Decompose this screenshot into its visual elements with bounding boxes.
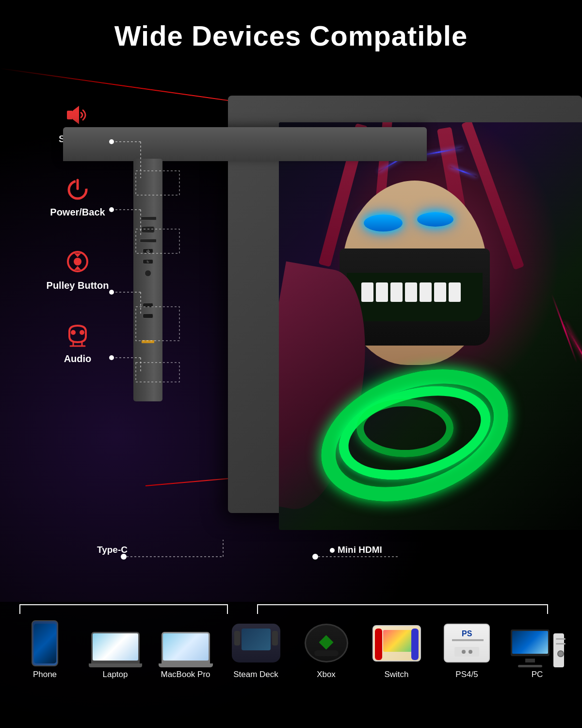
port-pulley: ↻ [143, 259, 153, 264]
label-power: Power/Back [10, 174, 146, 218]
svg-point-6 [71, 330, 76, 335]
port-power: ⏻ [143, 248, 153, 253]
character-eye-left [364, 215, 403, 232]
svg-marker-1 [73, 106, 79, 124]
port-mini-hdmi [141, 340, 155, 344]
svg-point-7 [80, 330, 84, 335]
device-laptop-label: Laptop [103, 670, 128, 679]
svg-rect-0 [67, 111, 73, 119]
device-switch: Switch [365, 619, 428, 679]
audio-label: Audio [64, 353, 92, 364]
device-pc: PC [506, 619, 569, 679]
screen-content [279, 122, 582, 530]
devices-row: Phone Laptop [0, 619, 582, 679]
device-pc-label: PC [532, 670, 543, 679]
device-switch-img [370, 619, 423, 667]
device-laptop-img [89, 619, 142, 667]
minihdmi-label: Mini HDMI [330, 545, 382, 555]
character-mask-mouth [347, 273, 483, 321]
bottom-section: Phone Laptop [0, 602, 582, 728]
device-ps45: PS PS4/5 [436, 619, 499, 679]
main-area: Speaker Power/Back [0, 62, 582, 571]
pulley-icon [63, 247, 92, 276]
device-phone-img [18, 619, 72, 667]
green-spiral [308, 336, 550, 506]
device-phone: Phone [14, 619, 77, 679]
device-phone-label: Phone [33, 670, 57, 679]
port-usbc-1 [143, 303, 153, 308]
page-title: Wide Devices Compatible [0, 0, 582, 52]
monitor-screen [279, 122, 582, 530]
port-2 [141, 226, 155, 233]
device-ps45-label: PS4/5 [455, 670, 478, 679]
speaker-icon [63, 100, 92, 130]
port-3 [140, 239, 157, 243]
typec-label: Type-C [97, 545, 128, 555]
device-xbox-img [300, 619, 353, 667]
device-macbook-label: MacBook Pro [161, 670, 210, 679]
device-xbox-label: Xbox [317, 670, 336, 679]
port-usbc-2 [143, 314, 153, 318]
device-macbook-img [159, 619, 212, 667]
device-laptop: Laptop [84, 619, 147, 679]
monitor-top-panel [63, 127, 427, 161]
device-pc-img [511, 619, 564, 667]
port-audio-jack [145, 270, 151, 277]
device-switch-label: Switch [384, 670, 408, 679]
power-label: Power/Back [50, 207, 105, 218]
label-pulley: Pulley Button [10, 247, 146, 291]
svg-point-5 [74, 258, 81, 265]
right-bracket [257, 604, 548, 614]
character-eye-right [417, 212, 453, 227]
audio-icon [63, 320, 92, 349]
side-port-panel: ⏻ ↻ [133, 159, 162, 401]
device-macbook: MacBook Pro [154, 619, 217, 679]
device-xbox: Xbox [295, 619, 358, 679]
svg-point-27 [312, 554, 318, 560]
device-steamdeck-label: Steam Deck [233, 670, 278, 679]
device-ps45-img: PS [440, 619, 494, 667]
power-icon [63, 174, 92, 203]
device-steamdeck: Steam Deck [225, 619, 288, 679]
left-bracket [19, 604, 228, 614]
device-steamdeck-img [229, 619, 283, 667]
port-1 [140, 216, 157, 220]
label-audio: Audio [10, 320, 146, 364]
pulley-label: Pulley Button [47, 280, 109, 291]
